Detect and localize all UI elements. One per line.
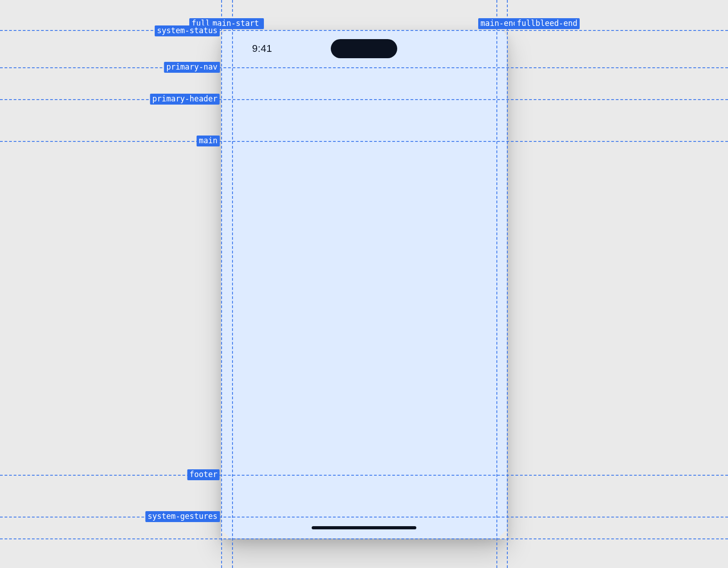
status-time: 9:41 [252, 43, 272, 55]
guide-system-gestures [0, 517, 728, 518]
device-corner-br [497, 529, 507, 539]
guide-primary-header [0, 99, 728, 100]
guide-system-status [0, 30, 728, 31]
guide-main-start [232, 0, 233, 568]
guide-fullbleed-end [507, 0, 508, 568]
guide-main [0, 141, 728, 142]
guide-fullbleed-start [221, 0, 222, 568]
label-main: main [197, 136, 220, 146]
device-frame: 9:41 [221, 30, 507, 538]
device-corner-bl [221, 529, 231, 539]
guide-main-end [496, 0, 497, 568]
guide-primary-nav [0, 67, 728, 68]
label-primary-header: primary-header [150, 94, 220, 105]
label-fullbleed-end: fullbleed-end [515, 18, 580, 29]
label-footer: footer [187, 469, 220, 480]
label-primary-nav: primary-nav [164, 62, 220, 73]
home-indicator [312, 526, 416, 529]
label-system-gestures: system-gestures [145, 511, 220, 522]
guide-footer [0, 475, 728, 476]
label-main-end: main-end [478, 18, 520, 29]
label-system-status: system-status [155, 25, 220, 36]
guide-device-bottom [0, 538, 728, 539]
dynamic-island [331, 39, 397, 58]
